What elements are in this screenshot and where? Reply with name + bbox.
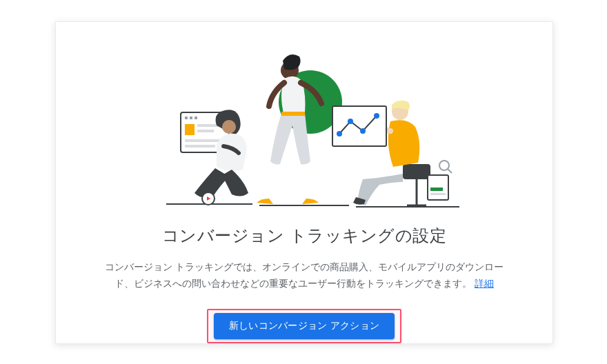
new-conversion-action-button[interactable]: 新しいコンバージョン アクション — [214, 313, 395, 339]
svg-rect-17 — [281, 112, 305, 116]
svg-point-25 — [360, 128, 366, 134]
description-text: コンバージョン トラッキングでは、オンラインでの商品購入、モバイルアプリのダウン… — [105, 261, 504, 289]
highlight-frame: 新しいコンバージョン アクション — [207, 309, 402, 343]
svg-point-23 — [337, 131, 342, 136]
svg-point-26 — [374, 113, 379, 119]
page-description: コンバージョン トラッキングでは、オンラインでの商品購入、モバイルアプリのダウン… — [104, 259, 504, 292]
svg-point-30 — [439, 161, 449, 170]
svg-rect-11 — [185, 145, 215, 148]
svg-rect-28 — [430, 188, 443, 191]
svg-line-31 — [448, 169, 452, 173]
svg-rect-4 — [185, 117, 188, 119]
svg-rect-20 — [403, 164, 430, 179]
svg-point-24 — [348, 119, 353, 124]
svg-rect-5 — [190, 117, 192, 119]
svg-point-12 — [222, 120, 236, 134]
svg-rect-6 — [195, 117, 197, 119]
svg-rect-7 — [185, 124, 195, 135]
svg-rect-9 — [197, 130, 214, 132]
svg-rect-29 — [430, 193, 446, 195]
hero-illustration — [56, 22, 553, 201]
page-title: コンバージョン トラッキングの設定 — [56, 225, 553, 247]
learn-more-link[interactable]: 詳細 — [475, 278, 494, 289]
svg-rect-22 — [332, 106, 386, 146]
conversion-setup-card: コンバージョン トラッキングの設定 コンバージョン トラッキングでは、オンライン… — [55, 21, 553, 344]
